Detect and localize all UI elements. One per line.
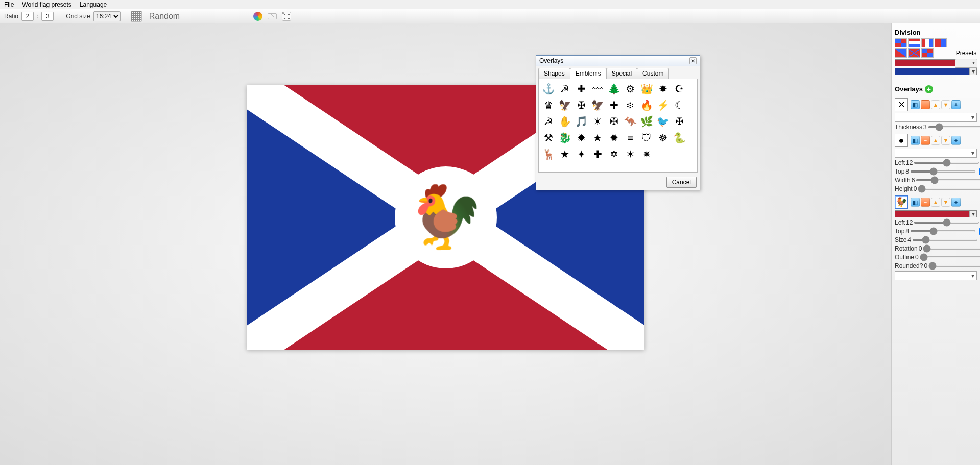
- property-slider[interactable]: [916, 179, 980, 181]
- overlay-type-select[interactable]: [895, 113, 977, 122]
- division-quarter-option[interactable]: [921, 48, 934, 58]
- emblem-option[interactable]: ★: [590, 130, 605, 145]
- emblem-option[interactable]: 🐉: [557, 130, 572, 145]
- remove-button[interactable]: −: [921, 136, 930, 145]
- dialog-titlebar[interactable]: Overlays ✕: [536, 56, 700, 66]
- division-bicolor-option[interactable]: [935, 38, 947, 47]
- emblem-option[interactable]: 🔥: [639, 97, 654, 113]
- property-slider[interactable]: [914, 162, 979, 164]
- emblem-option[interactable]: 🛡: [639, 130, 654, 145]
- emblem-option[interactable]: ✚: [606, 97, 622, 113]
- tab-custom[interactable]: Custom: [637, 68, 669, 79]
- overlay-thumb[interactable]: ✕: [895, 98, 908, 111]
- emblem-option[interactable]: ⚡: [655, 97, 671, 113]
- emblem-option[interactable]: 〰: [590, 81, 605, 96]
- clone-button[interactable]: +: [951, 100, 961, 109]
- division-vertical-option[interactable]: [921, 38, 934, 47]
- clone-button[interactable]: +: [951, 198, 961, 207]
- emblem-option[interactable]: 🦘: [623, 114, 638, 129]
- dice-button[interactable]: [281, 11, 292, 22]
- presets-dropdown[interactable]: [955, 59, 977, 68]
- emblem-option[interactable]: ★: [557, 146, 572, 162]
- emblem-option[interactable]: 🌿: [639, 114, 654, 129]
- grid-toggle-button[interactable]: [131, 11, 142, 22]
- property-slider[interactable]: [910, 170, 976, 173]
- color-wheel-button[interactable]: [252, 11, 264, 22]
- emblem-option[interactable]: ✶: [623, 146, 638, 162]
- emblem-option[interactable]: ✠: [573, 97, 589, 113]
- overlay-type-select[interactable]: [895, 149, 977, 158]
- division-color-2[interactable]: ▾: [895, 68, 977, 75]
- move-up-button[interactable]: ▲: [931, 100, 940, 109]
- move-down-button[interactable]: ▼: [941, 136, 950, 145]
- add-overlay-button[interactable]: +: [925, 85, 933, 93]
- emblem-option[interactable]: ✠: [672, 114, 687, 129]
- ratio-b-input[interactable]: [41, 12, 54, 21]
- property-slider[interactable]: [918, 188, 980, 190]
- emblem-option[interactable]: ✷: [639, 146, 654, 162]
- emblem-option[interactable]: ☀: [590, 114, 605, 129]
- division-diagonal-option[interactable]: [895, 48, 907, 58]
- dialog-body[interactable]: ⚓☭✚〰🌲⚙👑✸☪♛🦅✠🦅✚፨🔥⚡☾☭✋🎵☀✠🦘🌿🐦✠⚒🐉✹★✹≡🛡☸🐍🦌★✦✚…: [538, 79, 698, 173]
- division-horizontal-option[interactable]: [908, 38, 920, 47]
- emblem-option[interactable]: ☭: [541, 114, 556, 129]
- move-up-button[interactable]: ▲: [931, 198, 940, 207]
- email-button[interactable]: [267, 11, 278, 22]
- emblem-option[interactable]: ✦: [573, 146, 589, 162]
- emblem-option[interactable]: ፨: [623, 97, 638, 113]
- emblem-option[interactable]: ⚒: [541, 130, 556, 145]
- property-slider[interactable]: [920, 256, 980, 258]
- tab-emblems[interactable]: Emblems: [570, 68, 607, 79]
- canvas-area[interactable]: 🐓: [0, 23, 891, 465]
- emblem-option[interactable]: ✡: [606, 146, 622, 162]
- emblem-option[interactable]: ☾: [672, 97, 687, 113]
- overlay-stroke-select[interactable]: [895, 271, 977, 280]
- emblem-option[interactable]: 🐦: [655, 114, 671, 129]
- select-button[interactable]: ◧: [911, 136, 920, 145]
- select-button[interactable]: ◧: [911, 198, 920, 207]
- emblem-option[interactable]: ✠: [606, 114, 622, 129]
- menu-file[interactable]: File: [4, 1, 14, 8]
- emblem-option[interactable]: 🦅: [557, 97, 572, 113]
- division-saltire-option[interactable]: [908, 48, 920, 58]
- property-slider[interactable]: [910, 230, 976, 232]
- emblem-option[interactable]: ⚓: [541, 81, 556, 96]
- clone-button[interactable]: +: [951, 136, 961, 145]
- menu-language[interactable]: Language: [80, 1, 107, 8]
- emblem-option[interactable]: ⚙: [623, 81, 638, 96]
- emblem-option[interactable]: ✚: [590, 146, 605, 162]
- emblem-option[interactable]: 🐍: [672, 130, 687, 145]
- random-button[interactable]: Random: [149, 12, 180, 21]
- emblem-option[interactable]: ☪: [672, 81, 687, 96]
- property-slider[interactable]: [914, 222, 979, 224]
- menu-world-flag-presets[interactable]: World flag presets: [22, 1, 71, 8]
- emblem-option[interactable]: ✸: [655, 81, 671, 96]
- emblem-option[interactable]: ✹: [573, 130, 589, 145]
- tab-shapes[interactable]: Shapes: [538, 68, 570, 79]
- overlay-color[interactable]: ▾: [895, 210, 977, 217]
- property-slider[interactable]: [928, 126, 980, 128]
- emblem-option[interactable]: 👑: [639, 81, 654, 96]
- emblem-option[interactable]: ✹: [606, 130, 622, 145]
- property-slider[interactable]: [928, 265, 980, 267]
- dialog-cancel-button[interactable]: Cancel: [666, 177, 697, 188]
- emblem-option[interactable]: 🌲: [606, 81, 622, 96]
- remove-button[interactable]: −: [921, 100, 930, 109]
- emblem-option[interactable]: ≡: [623, 130, 638, 145]
- move-down-button[interactable]: ▼: [941, 100, 950, 109]
- tab-special[interactable]: Special: [606, 68, 637, 79]
- move-up-button[interactable]: ▲: [931, 136, 940, 145]
- move-down-button[interactable]: ▼: [941, 198, 950, 207]
- remove-button[interactable]: −: [921, 198, 930, 207]
- grid-size-select[interactable]: 16:24: [93, 11, 121, 21]
- ratio-a-input[interactable]: [21, 12, 34, 21]
- overlay-thumb[interactable]: ●: [895, 134, 908, 147]
- emblem-option[interactable]: ☸: [655, 130, 671, 145]
- emblem-option[interactable]: 🎵: [573, 114, 589, 129]
- select-button[interactable]: ◧: [911, 100, 920, 109]
- property-slider[interactable]: [912, 239, 978, 241]
- emblem-option[interactable]: ✚: [573, 81, 589, 96]
- overlay-thumb[interactable]: 🐓: [895, 195, 908, 209]
- dialog-close-button[interactable]: ✕: [689, 57, 697, 64]
- emblem-option[interactable]: 🦅: [590, 97, 605, 113]
